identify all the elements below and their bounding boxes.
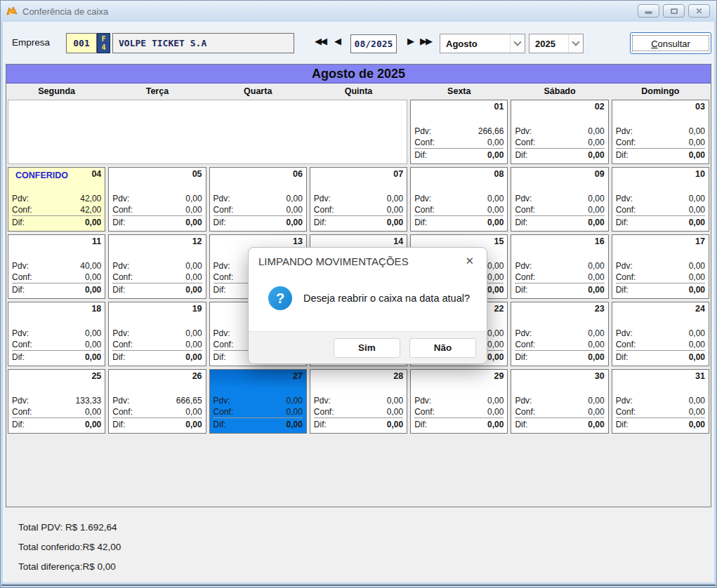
total-diferenca: Total diferença:R$ 0,00 — [18, 557, 711, 577]
day-cell-28[interactable]: 28Pdv:0,00Conf:0,00Dif:0,00 — [310, 369, 407, 434]
pdv-row: Pdv:0,00 — [314, 192, 403, 204]
totals-panel: Total PDV: R$ 1.692,64 Total conferido:R… — [6, 507, 711, 582]
consultar-button[interactable]: Consultar — [630, 32, 711, 54]
conf-row: Conf:0,00 — [12, 406, 101, 418]
day-number: 14 — [393, 236, 403, 246]
f4-lookup-button[interactable]: F 4 — [97, 33, 110, 53]
close-button[interactable]: ✕ — [688, 4, 710, 18]
day-number: 01 — [494, 102, 504, 112]
day-cell-29[interactable]: 29Pdv:0,00Conf:0,00Dif:0,00 — [410, 369, 508, 434]
day-number: 16 — [595, 236, 605, 246]
day-cell-24[interactable]: 24Pdv:0,00Conf:0,00Dif:0,00 — [612, 302, 709, 366]
pdv-row: Pdv:666,65 — [112, 394, 202, 406]
day-cell-04[interactable]: CONFERIDO04Pdv:42,00Conf:42,00Dif:0,00 — [8, 167, 105, 232]
dialog-close-icon[interactable]: ✕ — [462, 253, 477, 269]
day-cell-07[interactable]: 07Pdv:0,00Conf:0,00Dif:0,00 — [310, 167, 407, 232]
empresa-code-input[interactable] — [66, 33, 97, 53]
day-cell-27[interactable]: 27Pdv:0,00Conf:0,00Dif:0,00 — [209, 369, 307, 434]
total-conferido: Total conferido:R$ 42,00 — [18, 537, 711, 557]
day-values: Pdv:0,00Conf:0,00Dif:0,00 — [616, 260, 705, 295]
chevron-down-icon — [510, 34, 525, 53]
day-cell-02[interactable]: 02Pdv:0,00Conf:0,00Dif:0,00 — [511, 100, 608, 164]
conf-row: Conf:0,00 — [12, 339, 101, 351]
dif-row: Dif:0,00 — [314, 418, 403, 430]
nav-next-button[interactable]: ▶ — [407, 36, 413, 46]
day-values: Pdv:40,00Conf:0,00Dif:0,00 — [12, 260, 101, 295]
nav-first-button[interactable]: ◀◀ — [315, 36, 326, 46]
close-icon: ✕ — [695, 7, 702, 15]
dialog-limpando-movimentacoes: LIMPANDO MOVIMENTAÇÕES ✕ ? Deseja reabri… — [248, 247, 487, 364]
year-select[interactable]: 2025 — [529, 34, 584, 53]
day-number: 17 — [695, 236, 705, 246]
day-cell-05[interactable]: 05Pdv:0,00Conf:0,00Dif:0,00 — [108, 167, 206, 232]
dialog-titlebar: LIMPANDO MOVIMENTAÇÕES ✕ — [249, 248, 487, 274]
day-cell-06[interactable]: 06Pdv:0,00Conf:0,00Dif:0,00 — [209, 167, 307, 232]
day-cell-12[interactable]: 12Pdv:0,00Conf:0,00Dif:0,00 — [108, 234, 206, 299]
day-values: Pdv:0,00Conf:0,00Dif:0,00 — [616, 394, 705, 430]
dif-row: Dif:0,00 — [112, 418, 202, 430]
conf-row: Conf:0,00 — [616, 204, 705, 216]
day-cell-19[interactable]: 19Pdv:0,00Conf:0,00Dif:0,00 — [108, 302, 206, 366]
day-cell-08[interactable]: 08Pdv:0,00Conf:0,00Dif:0,00 — [410, 167, 508, 232]
restore-button[interactable] — [663, 4, 685, 18]
pdv-row: Pdv:0,00 — [112, 260, 202, 272]
calendar-month-title: Agosto de 2025 — [6, 65, 711, 83]
dialog-title: LIMPANDO MOVIMENTAÇÕES — [258, 255, 462, 267]
day-number: 22 — [494, 304, 504, 314]
day-cell-17[interactable]: 17Pdv:0,00Conf:0,00Dif:0,00 — [612, 234, 709, 299]
app-window: Conferência de caixa ✕ Empresa F 4 ◀◀ ◀ … — [0, 0, 717, 588]
nav-last-button[interactable]: ▶▶ — [420, 36, 431, 46]
pdv-row: Pdv:0,00 — [515, 260, 604, 272]
day-values: Pdv:0,00Conf:0,00Dif:0,00 — [213, 394, 303, 430]
day-values: Pdv:0,00Conf:0,00Dif:0,00 — [515, 327, 604, 363]
weekday-header: Quarta — [208, 83, 308, 100]
day-number: 26 — [192, 371, 202, 381]
nao-button[interactable]: Não — [409, 338, 476, 358]
pdv-row: Pdv:0,00 — [616, 260, 705, 272]
dif-row: Dif:0,00 — [414, 216, 504, 228]
day-cell-18[interactable]: 18Pdv:0,00Conf:0,00Dif:0,00 — [8, 302, 105, 366]
day-cell-26[interactable]: 26Pdv:666,65Conf:0,00Dif:0,00 — [108, 369, 206, 434]
dialog-message: Deseja reabrir o caixa na data atual? — [303, 293, 470, 304]
day-number: 19 — [192, 304, 202, 314]
window-controls: ✕ — [638, 4, 710, 18]
day-cell-09[interactable]: 09Pdv:0,00Conf:0,00Dif:0,00 — [511, 167, 608, 232]
conf-row: Conf:0,00 — [112, 339, 202, 351]
calendar-week-row: 01Pdv:266,66Conf:0,00Dif:0,0002Pdv:0,00C… — [8, 100, 709, 164]
day-number: 28 — [393, 371, 403, 381]
empresa-name-input[interactable] — [112, 33, 294, 53]
day-cell-11[interactable]: 11Pdv:40,00Conf:0,00Dif:0,00 — [8, 234, 105, 299]
day-number: 11 — [92, 236, 101, 246]
day-cell-30[interactable]: 30Pdv:0,00Conf:0,00Dif:0,00 — [511, 369, 608, 434]
dif-row: Dif:0,00 — [213, 418, 303, 430]
period-input[interactable] — [350, 34, 397, 53]
conf-row: Conf:0,00 — [414, 204, 504, 216]
weekday-header: Quinta — [308, 83, 409, 100]
pdv-row: Pdv:0,00 — [213, 394, 303, 406]
day-cell-03[interactable]: 03Pdv:0,00Conf:0,00Dif:0,00 — [612, 100, 709, 164]
pdv-row: Pdv:0,00 — [515, 125, 604, 137]
minimize-button[interactable] — [638, 4, 659, 18]
question-icon: ? — [268, 286, 292, 310]
weekday-header: Domingo — [610, 83, 711, 100]
day-cell-10[interactable]: 10Pdv:0,00Conf:0,00Dif:0,00 — [612, 167, 709, 232]
day-cell-23[interactable]: 23Pdv:0,00Conf:0,00Dif:0,00 — [511, 302, 608, 366]
sim-button[interactable]: Sim — [334, 338, 400, 358]
pdv-row: Pdv:0,00 — [616, 327, 705, 339]
day-number: 18 — [91, 304, 101, 314]
pdv-row: Pdv:266,66 — [414, 125, 504, 137]
day-number: 13 — [293, 236, 303, 246]
nav-prev-button[interactable]: ◀ — [334, 36, 340, 46]
day-cell-25[interactable]: 25Pdv:133,33Conf:0,00Dif:0,00 — [8, 369, 105, 434]
day-values: Pdv:666,65Conf:0,00Dif:0,00 — [112, 394, 202, 430]
dif-row: Dif:0,00 — [616, 216, 705, 228]
month-select-value: Agosto — [440, 39, 510, 49]
day-cell-01[interactable]: 01Pdv:266,66Conf:0,00Dif:0,00 — [410, 100, 508, 164]
day-values: Pdv:0,00Conf:0,00Dif:0,00 — [515, 260, 604, 295]
day-values: Pdv:133,33Conf:0,00Dif:0,00 — [12, 394, 101, 430]
pdv-row: Pdv:0,00 — [414, 394, 504, 406]
day-cell-16[interactable]: 16Pdv:0,00Conf:0,00Dif:0,00 — [511, 234, 608, 299]
day-number: 12 — [192, 236, 202, 246]
month-select[interactable]: Agosto — [440, 34, 525, 53]
day-cell-31[interactable]: 31Pdv:0,00Conf:0,00Dif:0,00 — [612, 369, 709, 434]
